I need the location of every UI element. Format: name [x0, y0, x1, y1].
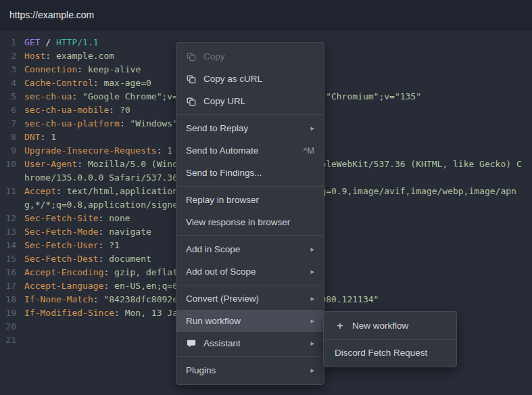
line-number: 10 [0, 158, 16, 185]
menu-item-label: Run workflow [186, 316, 241, 326]
menu-item-new-workflow[interactable]: +New workflow [324, 315, 456, 337]
token-punct: : [99, 254, 110, 264]
menu-divider [176, 114, 324, 115]
token-hname: Accept-Language [24, 281, 103, 291]
token-punct: : [93, 294, 104, 304]
token-punct: : [120, 118, 130, 129]
line-number: 12 [0, 212, 16, 225]
menu-item-add-out-of-scope[interactable]: Add out of Scope▸ [176, 260, 324, 283]
menu-item-label: View response in browser [186, 217, 290, 227]
token-punct: : [103, 281, 114, 291]
menu-item-copy-url[interactable]: Copy URL [176, 90, 324, 112]
token-punct: : [99, 213, 110, 223]
token-punct: : [40, 132, 51, 142]
token-punct: : [103, 267, 114, 277]
token-punct: : [56, 186, 67, 196]
line-number: 3 [0, 63, 16, 76]
token-punct: : [77, 64, 88, 74]
line-number: 20 [0, 320, 16, 333]
menu-item-label: Send to Replay [186, 123, 248, 133]
token-plain [51, 37, 56, 47]
token-value: 1 [51, 132, 56, 142]
token-value: 1 [167, 145, 172, 156]
line-number: 4 [0, 76, 16, 90]
token-punct: : [99, 227, 110, 237]
token-hname: Cache-Control [24, 78, 93, 88]
menu-divider [176, 285, 324, 285]
line-number: 17 [0, 279, 16, 293]
token-hname: Sec-Fetch-Site [24, 213, 99, 223]
chevron-right-icon: ▸ [310, 245, 314, 254]
shortcut-label: ^M [304, 146, 314, 156]
menu-item-label: Replay in browser [186, 195, 259, 205]
token-punct: : [77, 159, 88, 169]
menu-item-send-to-automate[interactable]: Send to Automate^M [176, 139, 324, 162]
line-number: 8 [0, 131, 16, 144]
menu-divider [324, 339, 456, 340]
token-punct: : [114, 308, 125, 318]
token-version: HTTP/1.1 [56, 37, 99, 47]
token-hname: sec-ch-ua [24, 91, 72, 101]
token-path: / [45, 37, 51, 47]
token-punct: : [157, 145, 168, 156]
token-hname: Connection [24, 64, 77, 74]
app-window: https://example.com 1GET / HTTP/1.12Host… [0, 0, 532, 395]
line-number: 16 [0, 266, 16, 279]
token-value: max-age=0 [103, 78, 151, 88]
token-hname: If-Modified-Since [24, 308, 114, 318]
menu-item-label: New workflow [352, 321, 408, 331]
copy-icon [186, 74, 197, 84]
menu-item-view-response-in-browser[interactable]: View response in browser [176, 211, 324, 233]
menu-item-label: Plugins [186, 365, 216, 375]
menu-item-replay-in-browser[interactable]: Replay in browser [176, 189, 324, 211]
token-hname: Accept-Encoding [24, 267, 103, 277]
workflow-submenu: +New workflowDiscord Fetch Request [323, 311, 457, 367]
token-punct: : [109, 105, 120, 115]
token-value: navigate [109, 227, 151, 237]
menu-item-send-to-replay[interactable]: Send to Replay▸ [176, 117, 324, 139]
token-punct: : [93, 78, 104, 88]
token-value: document [109, 254, 151, 264]
token-value: ?0 [120, 105, 130, 115]
token-value: none [109, 213, 130, 223]
menu-item-label: Copy [203, 51, 225, 62]
menu-item-copy-as-curl[interactable]: Copy as cURL [176, 68, 324, 90]
line-number: 18 [0, 293, 16, 306]
plus-icon: + [335, 321, 345, 331]
token-value: "Windows" [130, 118, 178, 129]
menu-item-add-in-scope[interactable]: Add in Scope▸ [176, 238, 324, 260]
token-value: ?1 [109, 240, 120, 250]
menu-item-label: Convert (Preview) [186, 294, 259, 304]
url-text: https://example.com [9, 9, 94, 20]
line-number: 11 [0, 185, 16, 212]
token-hname: If-None-Match [24, 294, 93, 304]
chevron-right-icon: ▸ [310, 294, 314, 303]
menu-divider [176, 356, 324, 357]
line-number: 1 [0, 36, 16, 49]
line-number: 14 [0, 239, 16, 252]
token-hname: sec-ch-ua-platform [24, 118, 120, 129]
menu-item-label: Copy as cURL [203, 74, 262, 84]
url-bar[interactable]: https://example.com [0, 0, 532, 30]
menu-item-label: Send to Automate [186, 145, 258, 156]
menu-item-copy[interactable]: Copy [176, 45, 324, 68]
copy-icon [186, 52, 197, 62]
token-hname: Upgrade-Insecure-Requests [24, 145, 157, 156]
chevron-right-icon: ▸ [310, 267, 314, 276]
token-hname: Sec-Fetch-Mode [24, 227, 99, 237]
token-hname: Host [24, 51, 45, 61]
menu-item-send-to-findings[interactable]: Send to Findings... [176, 162, 324, 184]
chevron-right-icon: ▸ [310, 366, 314, 375]
chevron-right-icon: ▸ [310, 317, 314, 325]
menu-item-run-workflow[interactable]: Run workflow▸ [176, 310, 324, 332]
menu-item-assistant[interactable]: Assistant▸ [176, 332, 324, 354]
menu-item-label: Copy URL [203, 96, 245, 106]
assistant-icon [186, 339, 197, 348]
line-number: 15 [0, 252, 16, 266]
menu-item-plugins[interactable]: Plugins▸ [176, 359, 324, 381]
menu-divider [176, 235, 324, 236]
menu-item-discord-fetch-request[interactable]: Discord Fetch Request [324, 342, 456, 364]
menu-item-convert-preview[interactable]: Convert (Preview)▸ [176, 287, 324, 310]
line-number: 9 [0, 144, 16, 158]
token-hname: Sec-Fetch-Dest [24, 254, 99, 264]
